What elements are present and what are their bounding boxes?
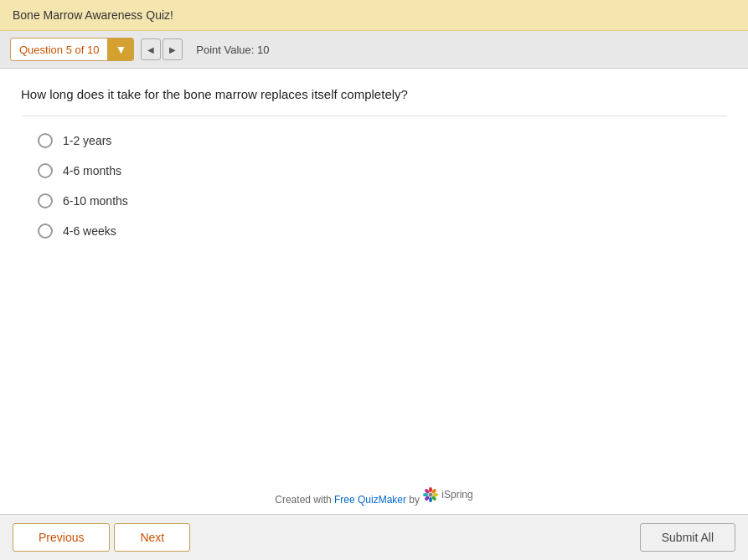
footer-created-with: Created with: [275, 494, 334, 506]
submit-all-button[interactable]: Submit All: [640, 523, 735, 552]
question-selector[interactable]: Question 5 of 10 ▼: [10, 38, 134, 61]
svg-point-5: [429, 497, 432, 502]
question-text: How long does it take for the bone marro…: [21, 85, 727, 103]
toolbar: Question 5 of 10 ▼ ◀ ▶ Point Value: 10: [0, 31, 748, 69]
footer-link[interactable]: Free QuizMaker: [334, 494, 406, 506]
svg-point-1: [429, 487, 432, 492]
option-label-3: 6-10 months: [63, 194, 128, 208]
previous-button[interactable]: Previous: [13, 523, 110, 552]
quiz-title: Bone Marrow Awareness Quiz!: [13, 8, 173, 22]
next-button[interactable]: Next: [114, 523, 190, 552]
option-item-4[interactable]: 4-6 weeks: [38, 223, 727, 239]
bottom-left-buttons: Previous Next: [13, 523, 190, 552]
svg-point-3: [433, 493, 438, 496]
dropdown-arrow-icon: ▼: [115, 43, 126, 56]
nav-buttons: ◀ ▶: [141, 39, 183, 60]
app-wrapper: Bone Marrow Awareness Quiz! Question 5 o…: [0, 0, 748, 560]
option-item-1[interactable]: 1-2 years: [38, 133, 727, 148]
next-nav-button[interactable]: ▶: [162, 39, 183, 60]
option-label-4: 4-6 weeks: [63, 224, 116, 238]
footer-by: by: [406, 494, 422, 506]
prev-nav-button[interactable]: ◀: [141, 39, 161, 60]
svg-point-7: [423, 493, 428, 496]
option-label-2: 4-6 months: [63, 164, 121, 177]
footer-credit: Created with Free QuizMaker by iSpring: [0, 478, 748, 514]
options-list: 1-2 years 4-6 months 6-10 months 4-6 wee…: [21, 133, 727, 239]
svg-point-0: [429, 493, 433, 497]
radio-4[interactable]: [38, 223, 53, 239]
option-item-3[interactable]: 6-10 months: [38, 193, 727, 208]
point-value: Point Value: 10: [196, 44, 269, 56]
radio-3[interactable]: [38, 193, 53, 208]
question-divider: [21, 116, 727, 116]
ispring-wheel-icon: [422, 486, 439, 503]
main-content: How long does it take for the bone marro…: [0, 69, 748, 478]
radio-1[interactable]: [38, 133, 53, 148]
title-bar: Bone Marrow Awareness Quiz!: [0, 0, 748, 31]
question-selector-dropdown[interactable]: ▼: [107, 39, 133, 60]
option-item-2[interactable]: 4-6 months: [38, 163, 727, 178]
ispring-logo: iSpring: [422, 486, 472, 503]
question-selector-text: Question 5 of 10: [11, 39, 107, 60]
radio-2[interactable]: [38, 163, 53, 178]
bottom-bar: Previous Next Submit All: [0, 514, 748, 560]
ispring-brand-text: iSpring: [441, 489, 472, 501]
option-label-1: 1-2 years: [63, 134, 111, 147]
